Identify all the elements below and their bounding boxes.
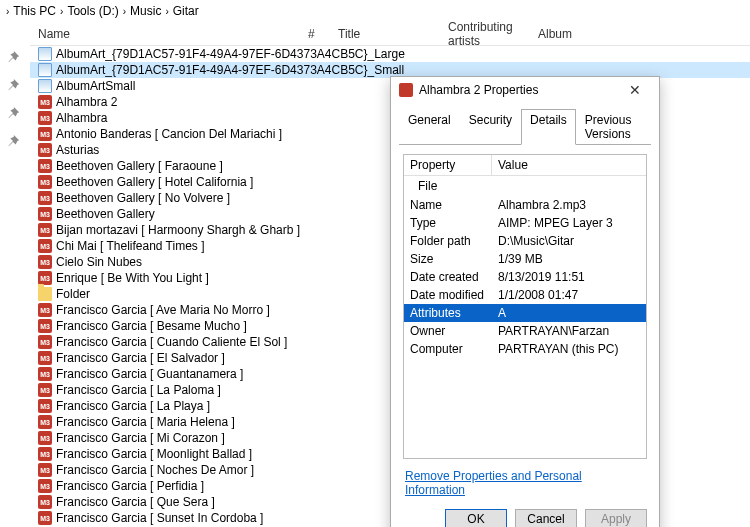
cancel-button[interactable]: Cancel: [515, 509, 577, 527]
pin-icon: [6, 134, 20, 148]
details-value: PARTRAYAN (this PC): [492, 340, 646, 358]
dialog-titlebar[interactable]: Alhambra 2 Properties ✕: [391, 77, 659, 103]
audio-file-icon: M3: [38, 367, 52, 381]
tab-security[interactable]: Security: [460, 109, 521, 145]
details-header-property[interactable]: Property: [404, 155, 492, 176]
file-name: Beethoven Gallery [ Hotel California ]: [56, 175, 253, 189]
details-property: Folder path: [404, 232, 492, 250]
quick-access-pins: [0, 50, 26, 148]
ok-button[interactable]: OK: [445, 509, 507, 527]
details-property: Name: [404, 196, 492, 214]
details-group-file: File: [404, 176, 646, 196]
breadcrumb-item[interactable]: Tools (D:): [65, 4, 120, 18]
file-name: Beethoven Gallery [ No Volvere ]: [56, 191, 230, 205]
details-value: 8/13/2019 11:51: [492, 268, 646, 286]
file-name: AlbumArt_{79D1AC57-91F4-49A4-97EF-6D4373…: [56, 63, 404, 77]
close-icon[interactable]: ✕: [619, 82, 651, 98]
details-grid: Property Value File NameAlhambra 2.mp3Ty…: [403, 154, 647, 459]
audio-file-icon: M3: [38, 271, 52, 285]
details-property: Date modified: [404, 286, 492, 304]
list-item[interactable]: AlbumArt_{79D1AC57-91F4-49A4-97EF-6D4373…: [30, 46, 750, 62]
file-name: Asturias: [56, 143, 99, 157]
file-name: Bijan mortazavi [ Harmoony Shargh & Ghar…: [56, 223, 300, 237]
file-name: Francisco Garcia [ Noches De Amor ]: [56, 463, 254, 477]
file-name: Francisco Garcia [ Maria Helena ]: [56, 415, 235, 429]
pin-icon: [6, 50, 20, 64]
dialog-tabs: General Security Details Previous Versio…: [391, 103, 659, 145]
audio-file-icon: M3: [38, 159, 52, 173]
audio-file-icon: M3: [38, 495, 52, 509]
file-name: Francisco Garcia [ Guantanamera ]: [56, 367, 243, 381]
file-name: Francisco Garcia [ La Paloma ]: [56, 383, 221, 397]
file-name: Francisco Garcia [ Sunset In Cordoba ]: [56, 511, 263, 525]
details-header-value[interactable]: Value: [492, 155, 646, 176]
details-row[interactable]: AttributesA: [404, 304, 646, 322]
apply-button[interactable]: Apply: [585, 509, 647, 527]
pin-icon: [6, 106, 20, 120]
audio-file-icon: M3: [38, 143, 52, 157]
audio-file-icon: M3: [38, 223, 52, 237]
audio-file-icon: M3: [38, 479, 52, 493]
file-name: Francisco Garcia [ Cuando Caliente El So…: [56, 335, 287, 349]
details-row[interactable]: TypeAIMP: MPEG Layer 3: [404, 214, 646, 232]
file-name: Beethoven Gallery: [56, 207, 155, 221]
details-row[interactable]: OwnerPARTRAYAN\Farzan: [404, 322, 646, 340]
tab-previous[interactable]: Previous Versions: [576, 109, 651, 145]
breadcrumb-item[interactable]: Music: [128, 4, 163, 18]
tab-details[interactable]: Details: [521, 109, 576, 145]
audio-file-icon: M3: [38, 191, 52, 205]
file-name: Francisco Garcia [ Que Sera ]: [56, 495, 215, 509]
audio-file-icon: M3: [38, 239, 52, 253]
remove-properties-link[interactable]: Remove Properties and Personal Informati…: [405, 469, 645, 497]
breadcrumb-item[interactable]: Gitar: [171, 4, 201, 18]
details-row[interactable]: NameAlhambra 2.mp3: [404, 196, 646, 214]
chevron-right-icon: ›: [4, 6, 11, 17]
audio-file-icon: M3: [38, 319, 52, 333]
breadcrumb-item[interactable]: This PC: [11, 4, 58, 18]
file-name: Alhambra 2: [56, 95, 117, 109]
image-file-icon: [38, 47, 52, 61]
details-row[interactable]: Date modified1/1/2008 01:47: [404, 286, 646, 304]
file-name: Chi Mai [ Thelifeand Times ]: [56, 239, 205, 253]
file-name: Enrique [ Be With You Light ]: [56, 271, 209, 285]
column-title[interactable]: Title: [330, 27, 440, 41]
details-row[interactable]: ComputerPARTRAYAN (this PC): [404, 340, 646, 358]
audio-file-icon: M3: [38, 207, 52, 221]
chevron-right-icon: ›: [121, 6, 128, 17]
folder-icon: [38, 287, 52, 301]
file-name: Alhambra: [56, 111, 107, 125]
chevron-right-icon: ›: [163, 6, 170, 17]
audio-file-icon: M3: [38, 303, 52, 317]
column-name[interactable]: Name: [30, 27, 300, 41]
details-property: Computer: [404, 340, 492, 358]
column-headers: Name # Title Contributing artists Album: [30, 22, 750, 46]
audio-file-icon: M3: [38, 431, 52, 445]
file-name: Francisco Garcia [ Moonlight Ballad ]: [56, 447, 252, 461]
details-value: AIMP: MPEG Layer 3: [492, 214, 646, 232]
details-row[interactable]: Size1/39 MB: [404, 250, 646, 268]
details-property: Owner: [404, 322, 492, 340]
file-name: Beethoven Gallery [ Faraoune ]: [56, 159, 223, 173]
details-property: Date created: [404, 268, 492, 286]
details-row[interactable]: Date created8/13/2019 11:51: [404, 268, 646, 286]
audio-file-icon: M3: [38, 255, 52, 269]
image-file-icon: [38, 79, 52, 93]
details-value: A: [492, 304, 646, 322]
column-album[interactable]: Album: [530, 27, 610, 41]
file-name: Francisco Garcia [ Besame Mucho ]: [56, 319, 247, 333]
file-name: Francisco Garcia [ La Playa ]: [56, 399, 210, 413]
file-name: Francisco Garcia [ Mi Corazon ]: [56, 431, 225, 445]
tab-general[interactable]: General: [399, 109, 460, 145]
audio-file-icon: M3: [38, 511, 52, 525]
audio-file-icon: M3: [38, 175, 52, 189]
column-number[interactable]: #: [300, 27, 330, 41]
details-row[interactable]: Folder pathD:\Music\Gitar: [404, 232, 646, 250]
dialog-title: Alhambra 2 Properties: [419, 83, 619, 97]
audio-file-icon: M3: [38, 127, 52, 141]
breadcrumb[interactable]: › This PC › Tools (D:) › Music › Gitar: [0, 0, 750, 22]
file-name: Francisco Garcia [ Ave Maria No Morro ]: [56, 303, 270, 317]
details-value: 1/39 MB: [492, 250, 646, 268]
audio-file-icon: M3: [38, 95, 52, 109]
column-artist[interactable]: Contributing artists: [440, 22, 530, 48]
audio-file-icon: M3: [38, 335, 52, 349]
